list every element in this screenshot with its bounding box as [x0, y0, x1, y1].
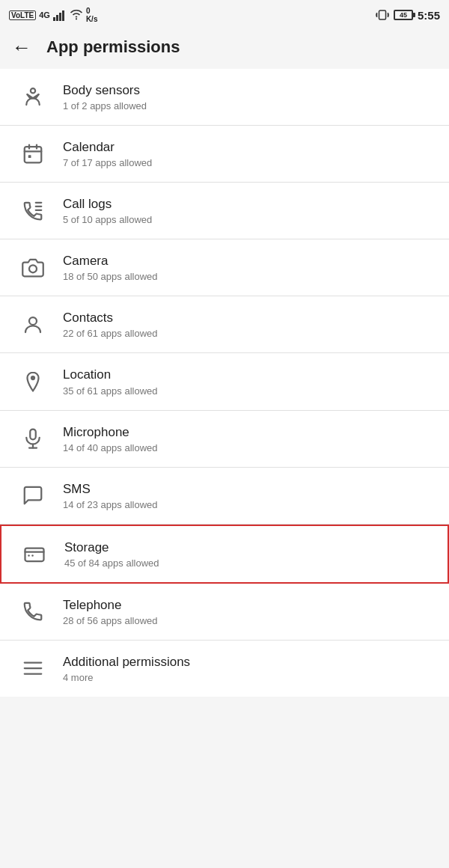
svg-point-21	[31, 376, 35, 380]
additional-name: Additional permissions	[63, 654, 434, 670]
camera-name: Camera	[63, 253, 434, 269]
svg-rect-11	[25, 147, 42, 162]
status-bar: VoLTE 4G 0K/s 45 5:55	[0, 0, 449, 30]
network-label: 4G	[39, 10, 50, 19]
location-sub: 35 of 61 apps allowed	[63, 385, 434, 397]
svg-rect-1	[56, 15, 58, 21]
svg-rect-2	[59, 13, 61, 21]
permission-item-calendar[interactable]: Calendar 7 of 17 apps allowed	[0, 126, 449, 183]
svg-point-4	[76, 18, 77, 19]
storage-sub: 45 of 84 apps allowed	[64, 557, 433, 569]
wifi-icon	[70, 10, 83, 20]
permission-item-camera[interactable]: Camera 18 of 50 apps allowed	[0, 239, 449, 296]
body-sensors-name: Body sensors	[63, 82, 434, 99]
svg-rect-22	[30, 430, 36, 440]
battery-level: 45	[400, 11, 407, 19]
calendar-name: Calendar	[63, 139, 434, 156]
permission-item-telephone[interactable]: Telephone 28 of 56 apps allowed	[0, 584, 449, 641]
permission-item-location[interactable]: Location 35 of 61 apps allowed	[0, 353, 449, 410]
vibrate-icon	[376, 9, 389, 21]
status-left: VoLTE 4G 0K/s	[9, 7, 97, 23]
svg-point-10	[31, 88, 35, 93]
telephone-icon	[15, 600, 51, 623]
signal-icon	[53, 9, 67, 21]
svg-rect-3	[62, 10, 64, 21]
permission-item-additional[interactable]: Additional permissions 4 more	[0, 641, 449, 697]
volte-label: VoLTE	[9, 10, 36, 20]
microphone-icon	[15, 427, 51, 450]
telephone-sub: 28 of 56 apps allowed	[63, 615, 434, 626]
microphone-sub: 14 of 40 apps allowed	[63, 442, 434, 453]
page-title: App permissions	[46, 37, 180, 57]
svg-rect-5	[379, 10, 385, 19]
sms-name: SMS	[63, 481, 434, 498]
status-right: 45 5:55	[376, 9, 440, 22]
contacts-name: Contacts	[63, 310, 434, 326]
svg-rect-25	[25, 548, 44, 562]
storage-icon	[16, 542, 52, 565]
telephone-name: Telephone	[63, 597, 434, 614]
svg-rect-15	[28, 155, 31, 158]
body-sensors-icon	[15, 86, 51, 109]
contacts-sub: 22 of 61 apps allowed	[63, 328, 434, 339]
svg-point-20	[29, 317, 37, 325]
contacts-icon	[15, 314, 51, 336]
body-sensors-sub: 1 of 2 apps allowed	[63, 100, 434, 111]
sms-sub: 14 of 23 apps allowed	[63, 499, 434, 510]
location-icon	[15, 370, 51, 393]
time-display: 5:55	[418, 9, 440, 22]
storage-name: Storage	[64, 540, 433, 556]
call-logs-sub: 5 of 10 apps allowed	[63, 214, 434, 225]
calendar-icon	[15, 143, 51, 165]
svg-point-19	[29, 265, 37, 272]
microphone-name: Microphone	[63, 424, 434, 441]
camera-sub: 18 of 50 apps allowed	[63, 271, 434, 282]
permission-item-microphone[interactable]: Microphone 14 of 40 apps allowed	[0, 411, 449, 468]
permission-item-storage[interactable]: Storage 45 of 84 apps allowed	[0, 525, 449, 584]
permission-item-contacts[interactable]: Contacts 22 of 61 apps allowed	[0, 296, 449, 353]
battery-icon: 45	[394, 10, 413, 20]
back-button[interactable]: ←	[12, 37, 31, 57]
call-logs-icon	[15, 200, 51, 222]
header: ← App permissions	[0, 30, 449, 69]
location-name: Location	[63, 367, 434, 383]
sms-icon	[15, 484, 51, 507]
call-logs-name: Call logs	[63, 196, 434, 213]
calendar-sub: 7 of 17 apps allowed	[63, 157, 434, 168]
permission-list: Body sensors 1 of 2 apps allowed Calenda…	[0, 69, 449, 697]
additional-icon	[15, 657, 51, 679]
permission-item-body-sensors[interactable]: Body sensors 1 of 2 apps allowed	[0, 69, 449, 126]
svg-rect-0	[53, 17, 55, 21]
camera-icon	[15, 257, 51, 279]
permission-item-sms[interactable]: SMS 14 of 23 apps allowed	[0, 468, 449, 525]
permission-item-call-logs[interactable]: Call logs 5 of 10 apps allowed	[0, 183, 449, 239]
data-speed: 0K/s	[86, 7, 98, 23]
additional-sub: 4 more	[63, 672, 434, 683]
